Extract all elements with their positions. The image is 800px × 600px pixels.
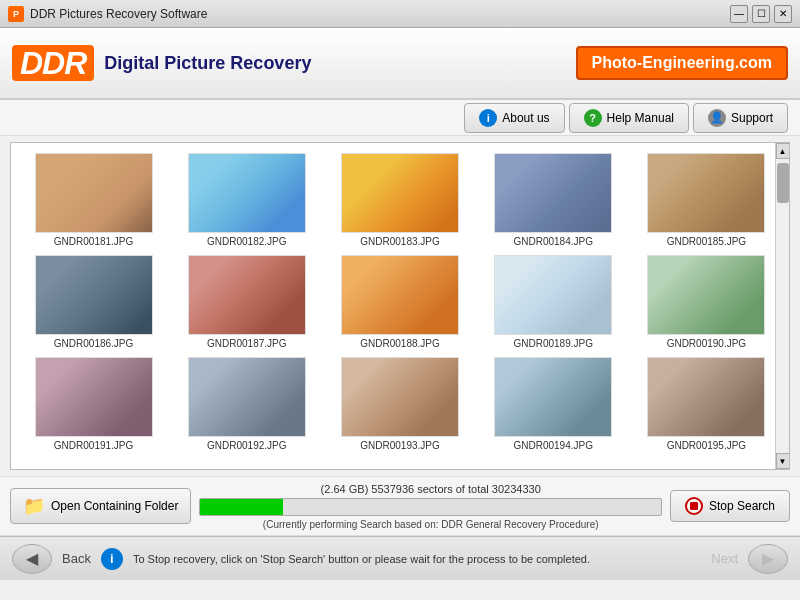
image-filename: GNDR00192.JPG: [207, 440, 286, 451]
brand-badge: Photo-Engineering.com: [576, 46, 788, 80]
image-item[interactable]: GNDR00190.JPG: [630, 251, 783, 353]
image-thumbnail: [188, 357, 306, 437]
progress-bar-fill: [200, 499, 283, 515]
image-filename: GNDR00190.JPG: [667, 338, 746, 349]
image-thumbnail: [341, 357, 459, 437]
image-filename: GNDR00188.JPG: [360, 338, 439, 349]
support-icon: 👤: [708, 109, 726, 127]
image-filename: GNDR00184.JPG: [513, 236, 592, 247]
image-item[interactable]: GNDR00195.JPG: [630, 353, 783, 455]
image-filename: GNDR00185.JPG: [667, 236, 746, 247]
bottom-controls: 📁 Open Containing Folder (2.64 GB) 55379…: [0, 476, 800, 536]
stop-search-button[interactable]: Stop Search: [670, 490, 790, 522]
image-thumbnail: [35, 255, 153, 335]
image-item[interactable]: GNDR00184.JPG: [477, 149, 630, 251]
open-folder-label: Open Containing Folder: [51, 499, 178, 513]
image-item[interactable]: GNDR00193.JPG: [323, 353, 476, 455]
image-item[interactable]: GNDR00182.JPG: [170, 149, 323, 251]
image-thumbnail: [494, 357, 612, 437]
next-button[interactable]: ▶: [748, 544, 788, 574]
image-item[interactable]: GNDR00186.JPG: [17, 251, 170, 353]
image-item[interactable]: GNDR00183.JPG: [323, 149, 476, 251]
stop-icon: [685, 497, 703, 515]
image-item[interactable]: GNDR00188.JPG: [323, 251, 476, 353]
open-folder-button[interactable]: 📁 Open Containing Folder: [10, 488, 191, 524]
image-thumbnail: [341, 255, 459, 335]
progress-bar-bg: [199, 498, 662, 516]
image-item[interactable]: GNDR00185.JPG: [630, 149, 783, 251]
title-bar-left: P DDR Pictures Recovery Software: [8, 6, 207, 22]
logo-ddr: DDR: [12, 45, 94, 81]
help-manual-button[interactable]: ? Help Manual: [569, 103, 689, 133]
image-filename: GNDR00191.JPG: [54, 440, 133, 451]
image-item[interactable]: GNDR00181.JPG: [17, 149, 170, 251]
back-label[interactable]: Back: [62, 551, 91, 566]
support-button[interactable]: 👤 Support: [693, 103, 788, 133]
progress-sub-text: (Currently performing Search based on: D…: [199, 519, 662, 530]
progress-info: (2.64 GB) 5537936 sectors of total 30234…: [199, 483, 662, 495]
help-icon: ?: [584, 109, 602, 127]
image-thumbnail: [188, 255, 306, 335]
app-name: Digital Picture Recovery: [104, 53, 311, 74]
footer-message: To Stop recovery, click on 'Stop Search'…: [133, 553, 701, 565]
back-button[interactable]: ◀: [12, 544, 52, 574]
image-thumbnail: [341, 153, 459, 233]
image-filename: GNDR00183.JPG: [360, 236, 439, 247]
main-content: GNDR00181.JPGGNDR00182.JPGGNDR00183.JPGG…: [0, 136, 800, 476]
image-filename: GNDR00186.JPG: [54, 338, 133, 349]
image-item[interactable]: GNDR00192.JPG: [170, 353, 323, 455]
image-filename: GNDR00189.JPG: [513, 338, 592, 349]
app-title: DDR Pictures Recovery Software: [30, 7, 207, 21]
minimize-button[interactable]: —: [730, 5, 748, 23]
close-button[interactable]: ✕: [774, 5, 792, 23]
support-label: Support: [731, 111, 773, 125]
title-bar: P DDR Pictures Recovery Software — ☐ ✕: [0, 0, 800, 28]
image-filename: GNDR00182.JPG: [207, 236, 286, 247]
image-thumbnail: [494, 153, 612, 233]
footer-info-icon: i: [101, 548, 123, 570]
image-thumbnail: [494, 255, 612, 335]
image-thumbnail: [35, 153, 153, 233]
footer: ◀ Back i To Stop recovery, click on 'Sto…: [0, 536, 800, 580]
image-filename: GNDR00194.JPG: [513, 440, 592, 451]
about-us-label: About us: [502, 111, 549, 125]
scrollbar[interactable]: ▲ ▼: [775, 143, 789, 469]
image-filename: GNDR00187.JPG: [207, 338, 286, 349]
image-thumbnail: [647, 255, 765, 335]
image-thumbnail: [35, 357, 153, 437]
next-label: Next: [711, 551, 738, 566]
image-thumbnail: [647, 357, 765, 437]
image-thumbnail: [188, 153, 306, 233]
scroll-down-arrow[interactable]: ▼: [776, 453, 790, 469]
image-thumbnail: [647, 153, 765, 233]
image-filename: GNDR00181.JPG: [54, 236, 133, 247]
app-header: DDR Digital Picture Recovery Photo-Engin…: [0, 28, 800, 100]
image-item[interactable]: GNDR00194.JPG: [477, 353, 630, 455]
image-filename: GNDR00195.JPG: [667, 440, 746, 451]
top-nav: i About us ? Help Manual 👤 Support: [0, 100, 800, 136]
image-item[interactable]: GNDR00191.JPG: [17, 353, 170, 455]
scroll-thumb[interactable]: [777, 163, 789, 203]
app-icon: P: [8, 6, 24, 22]
title-bar-controls: — ☐ ✕: [730, 5, 792, 23]
folder-icon: 📁: [23, 495, 45, 517]
image-grid-container: GNDR00181.JPGGNDR00182.JPGGNDR00183.JPGG…: [10, 142, 790, 470]
logo-area: DDR Digital Picture Recovery: [12, 45, 311, 81]
image-grid: GNDR00181.JPGGNDR00182.JPGGNDR00183.JPGG…: [11, 143, 789, 461]
nav-buttons: i About us ? Help Manual 👤 Support: [464, 103, 788, 133]
help-manual-label: Help Manual: [607, 111, 674, 125]
info-icon: i: [479, 109, 497, 127]
stop-search-label: Stop Search: [709, 499, 775, 513]
image-item[interactable]: GNDR00189.JPG: [477, 251, 630, 353]
progress-area: (2.64 GB) 5537936 sectors of total 30234…: [199, 483, 662, 530]
maximize-button[interactable]: ☐: [752, 5, 770, 23]
image-filename: GNDR00193.JPG: [360, 440, 439, 451]
scroll-up-arrow[interactable]: ▲: [776, 143, 790, 159]
image-item[interactable]: GNDR00187.JPG: [170, 251, 323, 353]
about-us-button[interactable]: i About us: [464, 103, 564, 133]
